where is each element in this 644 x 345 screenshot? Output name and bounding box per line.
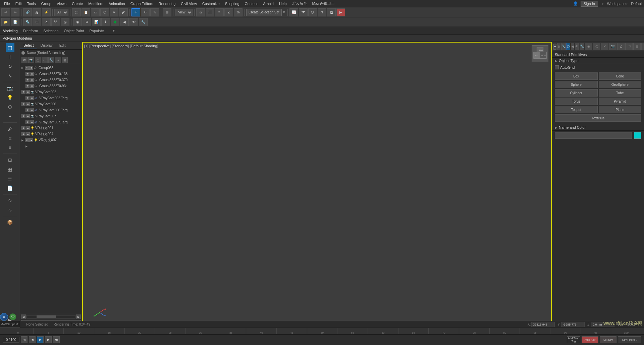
render-frame-button[interactable]: 🖼 [327, 8, 336, 16]
go-to-start-btn[interactable]: ⏮ [21, 336, 28, 343]
align-view-button[interactable]: ≡ [215, 8, 224, 16]
scene-scrollbar-h[interactable] [26, 315, 75, 319]
shape-tool[interactable]: ✦ [6, 112, 14, 121]
list-item[interactable]: ▶ [20, 143, 82, 149]
link-button[interactable]: 🔗 [23, 8, 32, 16]
camera-tool[interactable]: 📷 [6, 84, 14, 93]
list-item[interactable]: 👁 ■ 💡 VR-灯光001 [20, 125, 82, 131]
vis-icon-render[interactable]: ■ [26, 90, 30, 94]
name-color-header[interactable]: ▶ Name and Color [552, 124, 644, 131]
panel-tab-hierarchy[interactable]: ⬡ [567, 43, 570, 50]
obj-type-tube[interactable]: Tube [599, 89, 642, 97]
menu-item-antivirus[interactable]: Max 杀毒卫士 [310, 0, 338, 7]
menu-item-graph-editors[interactable]: Graph Editors [128, 1, 156, 6]
layer-mgr-button[interactable]: 📑 [11, 18, 19, 26]
obj-type-torus[interactable]: Torus [555, 98, 598, 105]
mode-tab-freeform[interactable]: Freeform [23, 28, 38, 34]
display-floater-button[interactable]: 🖥 [83, 18, 91, 26]
redo-button[interactable]: ↪ [11, 8, 19, 16]
vis-icon-render[interactable]: ■ [29, 138, 33, 142]
list-item[interactable]: 👁 ■ ◎ VRayCam007.Targ [20, 119, 82, 125]
menu-item-animation[interactable]: Animation [106, 1, 128, 6]
scene-icon-btn-5[interactable]: 🔧 [48, 57, 54, 63]
menu-item-content[interactable]: Content [242, 1, 261, 6]
rotate-tool[interactable]: ↻ [6, 62, 14, 71]
obj-type-teapot[interactable]: Teapot [555, 106, 598, 113]
rotate-button[interactable]: ↻ [141, 8, 150, 16]
next-frame-btn[interactable]: ▶ [45, 336, 52, 343]
panel-tab-create[interactable]: ⊕ [557, 43, 560, 50]
scene-tab-select[interactable]: Select [20, 42, 37, 49]
menu-item-renderfarm[interactable]: 渲云后台 [289, 0, 310, 7]
snap-3d-toggle[interactable]: ⬡ [33, 18, 41, 26]
utilities-button[interactable]: 🔧 [139, 18, 148, 26]
list-item[interactable]: ▶ 👁 ■ ⬡ Group055 [20, 65, 82, 71]
y-value[interactable]: -3995.776 [561, 322, 585, 327]
snap-percent-button[interactable]: % [234, 8, 243, 16]
vis-icon-eye[interactable]: 👁 [25, 78, 30, 82]
create-selection-dropdown[interactable]: ▼ [282, 10, 286, 14]
max-logo[interactable]: ⊗ [0, 313, 8, 321]
fence-select-button[interactable]: ⬡ [100, 8, 109, 16]
lasso-select-button[interactable]: ✏ [110, 8, 118, 16]
scale-tool[interactable]: ⤡ [6, 71, 14, 80]
list-item[interactable]: 👁 ■ ⬡ Group-588270-93: [20, 83, 82, 89]
view-btn-5[interactable]: ∠ [617, 43, 625, 50]
add-panel-btn[interactable]: + [553, 44, 556, 50]
panel-tab-motion[interactable]: ◀ [571, 43, 574, 50]
key-filters-btn[interactable]: Key Filters... [618, 336, 641, 343]
list-item[interactable]: 👁 ■ ◎ VRayCam002.Targ [20, 95, 82, 101]
prev-frame-btn[interactable]: ◀ [29, 336, 36, 343]
color-swatch[interactable] [634, 132, 641, 139]
nav-cube[interactable]: TOP LEFT FRONT [532, 45, 548, 62]
table-tool[interactable]: ▦ [6, 165, 14, 174]
vis-icon-eye[interactable]: 👁 [25, 72, 30, 76]
move-tool[interactable]: ✛ [6, 53, 14, 61]
menu-item-rendering[interactable]: Rendering [156, 1, 178, 6]
layer-props-button[interactable]: 📊 [92, 18, 101, 26]
autogrid-checkbox[interactable] [555, 65, 559, 69]
scene-sort-label[interactable]: Name (Sorted Ascending) [25, 50, 67, 55]
select-object-button[interactable]: ⬚ [72, 8, 81, 16]
vis-icon-eye[interactable]: 👁 [21, 90, 25, 94]
view-btn-3[interactable]: ✔ [601, 43, 608, 50]
scroll-right-btn[interactable]: ▶ [76, 314, 81, 319]
list-item[interactable]: 👁 ■ ⬡ Group-588270-370 [20, 77, 82, 83]
package-tool[interactable]: 📦 [6, 218, 14, 227]
geometry-tool[interactable]: ⬡ [6, 103, 14, 111]
percent-snap[interactable]: % [51, 18, 60, 26]
view-btn-4[interactable]: 📷 [609, 43, 616, 50]
view-dropdown[interactable]: View [175, 9, 193, 16]
vis-icon-eye[interactable]: 👁 [25, 138, 29, 142]
vis-icon-render[interactable]: ■ [26, 126, 30, 130]
list-item[interactable]: 👁 ■ 📷 VRayCam007 [20, 113, 82, 119]
scene-icon-btn-1[interactable]: 👁 [21, 57, 28, 63]
note-tool[interactable]: 📄 [6, 184, 14, 192]
auto-key-btn[interactable]: Auto Key [582, 336, 598, 343]
select-move-button[interactable]: ✛ [131, 8, 140, 16]
menu-item-group[interactable]: Group [38, 1, 54, 6]
scene-tab-edit[interactable]: Edit [56, 42, 69, 49]
view-btn-1[interactable]: ◉ [585, 43, 592, 50]
vis-icon-render[interactable]: ■ [30, 78, 34, 82]
obj-type-textplus[interactable]: TextPlus [555, 114, 641, 122]
menu-item-scripting[interactable]: Scripting [222, 1, 242, 6]
render-setup-button[interactable]: ⚙ [318, 8, 326, 16]
menu-item-views[interactable]: Views [54, 1, 69, 6]
mode-tab-selection[interactable]: Selection [43, 28, 58, 34]
align-button[interactable]: ⬛ [206, 8, 214, 16]
menu-item-file[interactable]: File [1, 1, 13, 6]
vis-icon-eye[interactable]: 👁 [21, 126, 25, 130]
object-type-header[interactable]: ▶ Object Type [552, 58, 644, 64]
vis-icon-eye[interactable]: 👁 [21, 132, 25, 136]
reference-coord-button[interactable]: ⊞ [163, 8, 171, 16]
filter-tool[interactable]: ⧖ [6, 134, 14, 142]
hierarchy-button[interactable]: 🌲 [111, 18, 119, 26]
go-to-end-btn[interactable]: ⏭ [53, 336, 60, 343]
select-by-name-button[interactable]: 📋 [82, 8, 90, 16]
vis-icon-render[interactable]: ■ [30, 120, 34, 124]
menu-item-tools[interactable]: Tools [24, 1, 39, 6]
scale-button[interactable]: ⤡ [150, 8, 159, 16]
display-button[interactable]: 👁 [129, 18, 138, 26]
unlink-button[interactable]: ⛓ [33, 8, 41, 16]
